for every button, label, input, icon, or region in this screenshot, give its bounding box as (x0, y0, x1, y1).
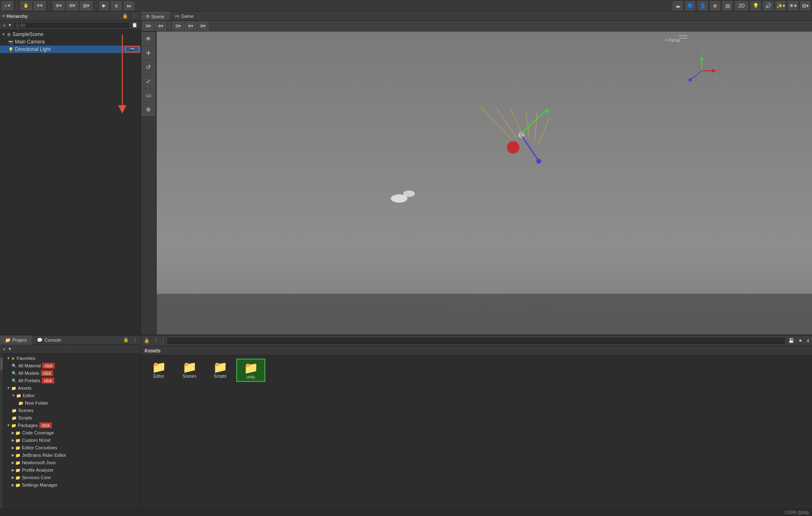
project-more-btn[interactable]: ⋮ (132, 336, 139, 344)
packages-click-badge: click (39, 422, 51, 428)
hierarchy-more-btn[interactable]: ⋮ (131, 12, 138, 20)
profile-analyzer-label: Profile Analyzer (22, 468, 53, 473)
project-add-btn[interactable]: + (2, 345, 7, 353)
rotate-tool-btn[interactable]: ↺ (142, 60, 155, 74)
assets-count-btn[interactable]: 4 (805, 337, 810, 345)
eye-tool-btn[interactable]: 👁 (142, 32, 155, 46)
project-profile-analyzer[interactable]: ▶ 📁 Profile Analyzer (3, 466, 141, 474)
project-code-coverage[interactable]: ▶ 📁 Code Coverage (3, 429, 141, 436)
project-scrollbar[interactable] (0, 354, 3, 509)
assets-more-btn[interactable]: ⋮ (153, 337, 160, 345)
account-btn[interactable]: 👤 (698, 1, 708, 10)
project-scripts[interactable]: 📁 Scripts (3, 414, 141, 422)
bottom-tabs: 📁 Project 💬 Console 🔒 ⋮ (0, 335, 141, 345)
project-panel: 📁 Project 💬 Console 🔒 ⋮ + ▾ (0, 335, 141, 509)
hierarchy-search[interactable] (13, 22, 130, 29)
project-editor-coroutines[interactable]: ▶ 📁 Editor Coroutines (3, 444, 141, 451)
project-all-models[interactable]: 🔍 All Models click (3, 369, 141, 377)
hierarchy-lock-btn[interactable]: 🔒 (121, 12, 129, 20)
pause-btn[interactable]: ⏸ (111, 1, 121, 10)
asset-scenes-folder[interactable]: 📁 Scenes (175, 359, 204, 382)
all-prefabs-click-badge: click (42, 378, 54, 383)
project-tab[interactable]: 📁 Project (0, 335, 32, 345)
project-dropdown-btn[interactable]: ▾ (7, 345, 12, 353)
services-core-label: Services Core (22, 475, 51, 480)
project-content-area: ▼ ★ Favorites 🔍 All Material click 🔍 All… (0, 354, 141, 509)
scene-render-mode-btn[interactable]: ⊕▾ (155, 22, 166, 31)
project-tab-icon: 📁 (5, 338, 11, 343)
pivot-tool[interactable]: ⊕▾ (53, 1, 65, 10)
project-jetbrains-rider[interactable]: ▶ 📁 JetBrains Rider Editor (3, 451, 141, 459)
scene-draw-mode-btn[interactable]: ⊞▾ (143, 22, 154, 31)
scene-gizmo-btn[interactable]: ⊕▾ (185, 22, 196, 31)
hierarchy-add-btn[interactable]: + (2, 22, 7, 29)
project-tab-label: Project (12, 338, 27, 342)
project-toolbar: + ▾ (0, 345, 141, 354)
step-btn[interactable]: ⏭ (124, 1, 134, 10)
project-all-materials[interactable]: 🔍 All Material click (3, 362, 141, 369)
project-editor[interactable]: ▼ 📁 Editor (3, 392, 141, 399)
svg-text:X: X (717, 68, 720, 73)
hierarchy-item-directionallight[interactable]: 💡 Directional Light 📷 (0, 46, 141, 53)
audio-btn[interactable]: 🔊 (763, 1, 773, 10)
jetbrains-icon: 📁 (15, 453, 20, 458)
services-btn[interactable]: 🔵 (685, 1, 695, 10)
light-btn[interactable]: 💡 (751, 1, 761, 10)
move-tool[interactable]: ✛▾ (34, 1, 46, 10)
add-btn[interactable]: + ▾ (2, 1, 13, 10)
rect-tool-btn[interactable]: ▭ (142, 89, 155, 102)
assets-search[interactable] (167, 337, 785, 345)
project-new-folder[interactable]: 📁 New Folder (3, 399, 141, 407)
hierarchy-dropdown-btn[interactable]: ▾ (7, 22, 12, 29)
project-assets-root[interactable]: ▼ 📁 Assets (3, 384, 141, 392)
scripts-label: Scripts (18, 415, 32, 420)
transform-tool-btn[interactable]: ⊕ (142, 103, 155, 116)
hierarchy-item-maincamera[interactable]: 📷 Main Camera (0, 38, 141, 46)
console-tab[interactable]: 💬 Console (32, 335, 66, 345)
layout-btn[interactable]: ▤ (722, 1, 732, 10)
scene-tab[interactable]: ⚙ Scene (141, 12, 170, 20)
project-favorites[interactable]: ▼ ★ Favorites (3, 354, 141, 362)
project-newtonsoft[interactable]: ▶ 📁 Newtonsoft Json (3, 459, 141, 466)
editor-icon: 📁 (16, 393, 21, 398)
scenes-folder-label: Scenes (182, 374, 196, 379)
grid-tool[interactable]: ▤▾ (80, 1, 92, 10)
project-lock-btn[interactable]: 🔒 (122, 336, 130, 344)
project-services-core[interactable]: ▶ 📁 Services Core (3, 474, 141, 481)
assets-save-btn[interactable]: 💾 (787, 337, 795, 345)
move-tool-btn[interactable]: ✛ (142, 46, 155, 60)
asset-unity-folder[interactable]: 📁 unity (236, 359, 265, 382)
project-packages[interactable]: ▼ 📁 Packages click (3, 422, 141, 429)
gizmo-btn[interactable]: ⊞▾ (800, 1, 810, 10)
project-scenes[interactable]: 📁 Scenes (3, 407, 141, 414)
scene-vis-btn[interactable]: 👁▾ (788, 1, 798, 10)
scene-grid-btn[interactable]: ⊞▾ (172, 22, 184, 31)
assets-toolbar: 🔒 ⋮ 💾 ★ 4 (141, 335, 812, 346)
asset-editor-folder[interactable]: 📁 Editor (144, 359, 173, 382)
hierarchy-item-samplescene[interactable]: ▼ ⚙ SampleScene (0, 31, 141, 38)
scene-snap-btn[interactable]: ⊞▾ (197, 22, 208, 31)
game-icon: 🎮 (175, 14, 179, 19)
assets-star-btn[interactable]: ★ (797, 337, 804, 345)
hierarchy-filter-btn[interactable]: 📋 (131, 22, 139, 29)
project-settings-manager[interactable]: ▶ 📁 Settings Manager (3, 481, 141, 489)
status-text: CSDN @ddg (785, 510, 809, 515)
layers-btn[interactable]: ⊕ (710, 1, 720, 10)
assets-lock-btn[interactable]: 🔒 (143, 337, 151, 345)
project-all-prefabs[interactable]: 🔍 All Prefabs click (3, 377, 141, 384)
collab-btn[interactable]: ☁ (673, 1, 683, 10)
hand-tool[interactable]: ✋ (20, 1, 32, 10)
scale-tool-btn[interactable]: ⤢ (142, 75, 155, 88)
play-btn[interactable]: ▶ (99, 1, 109, 10)
hierarchy-icon: ≡ (2, 14, 5, 18)
project-custom-nunit[interactable]: ▶ 📁 Custom NUnit (3, 436, 141, 444)
directionallight-label: Directional Light (15, 46, 51, 52)
global-tool[interactable]: ⊞▾ (66, 1, 78, 10)
game-tab[interactable]: 🎮 Game (170, 12, 199, 20)
fx-btn[interactable]: ✨▾ (776, 1, 785, 10)
2d-btn[interactable]: 2D (735, 1, 748, 10)
all-prefabs-icon: 🔍 (12, 379, 17, 383)
scenes-folder-icon: 📁 (182, 360, 197, 374)
asset-scripts-folder[interactable]: 📁 Scripts (206, 359, 235, 382)
settings-manager-icon: 📁 (15, 483, 20, 487)
